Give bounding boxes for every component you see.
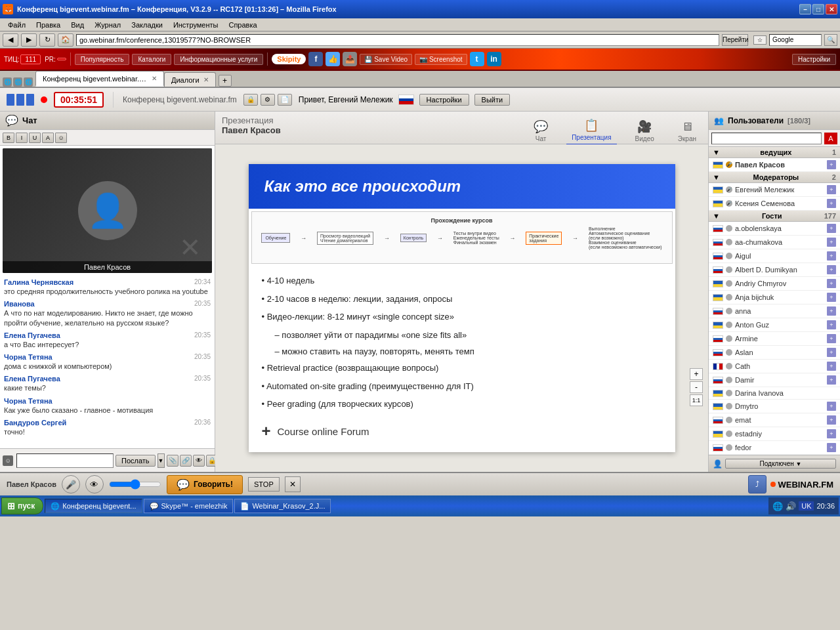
back-button[interactable]: ◀ [3, 33, 18, 47]
add-andriy[interactable]: + [827, 279, 836, 288]
header-icon-1[interactable]: 🔒 [243, 94, 258, 106]
user-item-estadniy[interactable]: estadniy + [709, 427, 840, 441]
maximize-button[interactable]: □ [812, 4, 824, 14]
like-btn[interactable]: 👍 [326, 52, 340, 66]
add-armine[interactable]: + [827, 334, 836, 343]
user-item-obolenskaya[interactable]: a.obolenskaya + [709, 222, 840, 236]
menu-tools[interactable]: Инструменты [168, 20, 224, 30]
browser-tab-1[interactable]: Конференц bigevent.webinar.fm - Конф... … [35, 71, 164, 87]
menu-history[interactable]: Журнал [89, 20, 126, 30]
user-item-ksenia[interactable]: 🎤 Ксения Семенова + [709, 197, 840, 211]
popularity-btn[interactable]: Популярность [75, 54, 130, 65]
emoji-btn[interactable]: ☺ [55, 133, 67, 143]
menu-view[interactable]: Вид [66, 20, 89, 30]
chat-messages[interactable]: Галина Чернявская20:34 это средняя продо… [0, 276, 215, 448]
twitter-btn[interactable]: t [470, 52, 484, 66]
tab1-close-icon[interactable]: ✕ [152, 75, 157, 82]
user-item-evgeniy[interactable]: 🎤 Евгений Мележик + [709, 183, 840, 197]
chat-eye-btn[interactable]: 👁 [193, 455, 205, 467]
users-search-input[interactable] [711, 133, 822, 144]
settings-button[interactable]: Настройки [419, 94, 469, 106]
menu-bookmarks[interactable]: Закладки [126, 20, 168, 30]
user-item-anna[interactable]: anna + [709, 304, 840, 318]
taskbar-app-conference[interactable]: 🌐 Конференц bigevent... [45, 499, 142, 513]
address-input[interactable] [76, 34, 719, 46]
add-user-btn-pavel[interactable]: + [827, 160, 836, 169]
add-aslan[interactable]: + [827, 348, 836, 357]
add-cath[interactable]: + [827, 362, 836, 371]
screenshot-btn[interactable]: 📷 Screenshot [415, 54, 467, 65]
user-item-andriy[interactable]: Andriy Chmyrov + [709, 277, 840, 291]
browser-tab-2[interactable]: Диалоги ✕ [164, 72, 216, 87]
go-button[interactable]: Перейти [722, 34, 748, 46]
add-aigul[interactable]: + [827, 251, 836, 261]
presenters-group-header[interactable]: ▼ ведущих 1 [709, 147, 840, 158]
user-item-darina[interactable]: Darina Ivanova [709, 387, 840, 400]
forward-button[interactable]: ▶ [21, 33, 37, 47]
volume-slider[interactable] [109, 479, 161, 490]
tab2-close-icon[interactable]: ✕ [203, 76, 209, 83]
user-item-armine[interactable]: Armine + [709, 332, 840, 346]
facebook-btn[interactable]: f [308, 52, 323, 66]
taskbar-app-skype[interactable]: 💬 Skype™ - emelezhik [144, 499, 234, 513]
start-button[interactable]: ⊞ пуск [1, 497, 43, 514]
search-input[interactable] [769, 34, 822, 46]
user-item-albert[interactable]: Albert D. Dumikyan + [709, 263, 840, 277]
add-fedor[interactable]: + [827, 443, 836, 452]
ext-settings-btn[interactable]: Настройки [792, 54, 836, 65]
new-tab-button[interactable]: + [219, 75, 232, 87]
user-item-dmytro[interactable]: Dmytro + [709, 400, 840, 413]
guests-group-header[interactable]: ▼ Гости 177 [709, 211, 840, 222]
menu-edit[interactable]: Правка [31, 20, 66, 30]
users-sort-btn[interactable]: A [824, 133, 837, 144]
catalogs-btn[interactable]: Каталоги [132, 54, 171, 65]
user-item-damir[interactable]: Damir + [709, 373, 840, 387]
tab-video[interactable]: 🎥 Видео [630, 117, 660, 145]
user-item-cath[interactable]: Cath + [709, 360, 840, 373]
add-obolenskaya[interactable]: + [827, 224, 836, 233]
tab-presentation[interactable]: 📋 Презентация [566, 116, 616, 145]
camera-button[interactable]: 👁 [85, 475, 104, 494]
user-item-chumakova[interactable]: aa-chumakova + [709, 236, 840, 249]
chat-link-btn[interactable]: 🔗 [180, 455, 192, 467]
home-button[interactable]: 🏠 [58, 33, 74, 47]
tab-screen[interactable]: 🖥 Экран [673, 117, 702, 145]
send-button[interactable]: Послать [116, 455, 156, 467]
connected-button[interactable]: Подключен ▼ [725, 459, 836, 469]
font-italic-btn[interactable]: I [16, 133, 28, 143]
menu-help[interactable]: Справка [223, 20, 262, 30]
user-item-anja[interactable]: Anja bijchuk + [709, 291, 840, 304]
header-icon-3[interactable]: 📄 [278, 94, 292, 106]
logout-button[interactable]: Выйти [474, 94, 511, 106]
users-list[interactable]: ▼ ведущих 1 🎤 Павел Красов + ▼ Модератор… [709, 147, 840, 455]
zoom-in-btn[interactable]: + [690, 368, 703, 380]
moderators-group-header[interactable]: ▼ Модераторы 2 [709, 172, 840, 183]
user-item-fedor[interactable]: fedor + [709, 441, 840, 455]
font-underline-btn[interactable]: U [29, 133, 41, 143]
smileys-icon[interactable]: ☺ [3, 455, 13, 466]
menu-file[interactable]: Файл [3, 20, 31, 30]
add-anja[interactable]: + [827, 293, 836, 302]
talk-button[interactable]: 💬 Говорить! [167, 475, 243, 494]
zoom-reset-btn[interactable]: 1:1 [690, 394, 703, 406]
add-dmytro[interactable]: + [827, 402, 836, 411]
close-audio-button[interactable]: ✕ [285, 476, 301, 492]
header-icon-2[interactable]: ⚙ [261, 94, 275, 106]
font-bold-btn[interactable]: B [3, 133, 14, 143]
zoom-out-btn[interactable]: - [690, 381, 703, 393]
add-user-btn-ksenia[interactable]: + [827, 199, 836, 208]
tab-chat[interactable]: 💬 Чат [528, 117, 553, 145]
user-item-pavel[interactable]: 🎤 Павел Красов + [709, 158, 840, 172]
close-button[interactable]: ✕ [826, 4, 837, 14]
add-user-btn-evgeniy[interactable]: + [827, 185, 836, 194]
add-estadniy[interactable]: + [827, 429, 836, 438]
reload-button[interactable]: ↻ [39, 33, 55, 47]
info-services-btn[interactable]: Информационные услуги [174, 54, 263, 65]
add-emat[interactable]: + [827, 415, 836, 425]
minimize-button[interactable]: – [799, 4, 811, 14]
user-item-aigul[interactable]: Aigul + [709, 249, 840, 263]
save-video-btn[interactable]: 💾 Save Video [360, 54, 412, 65]
chat-text-input[interactable] [16, 453, 114, 468]
share-button[interactable]: ⤴ [748, 475, 766, 494]
add-anton[interactable]: + [827, 320, 836, 329]
